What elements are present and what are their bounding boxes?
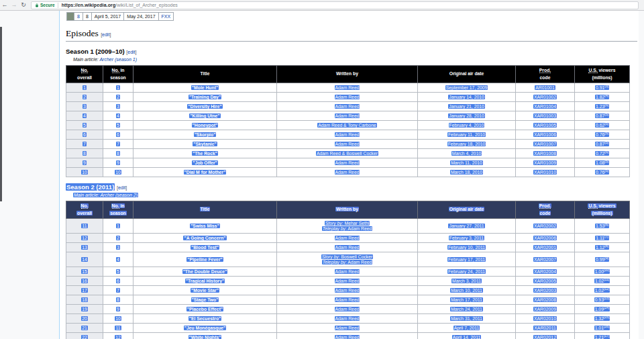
column-header-label: Written by [335, 207, 359, 211]
selected-text: April 7, 2011 [453, 326, 480, 330]
selected-text: 1.21[17] [594, 335, 610, 339]
selected-text: Adam Reed [335, 160, 360, 165]
reference-link[interactable]: [5] [604, 111, 608, 115]
reference-link[interactable]: [7] [604, 234, 608, 238]
selected-text: 16 [81, 279, 88, 283]
forward-button[interactable]: → [9, 0, 19, 10]
selected-text: Teleplay by: Adam Reed [322, 226, 372, 231]
reference-link[interactable]: [17] [604, 334, 609, 338]
selected-text: September 17, 2009 [445, 85, 488, 90]
selected-text: "The Double Deuce" [182, 269, 228, 274]
prod-code-cell: XAR02004 [516, 267, 575, 277]
selected-text: 1.02[11] [594, 279, 610, 283]
episode-title-cell: "Stage Two" [133, 295, 277, 305]
reference-link[interactable]: [11] [604, 277, 609, 281]
reference-link[interactable]: [5] [604, 140, 608, 144]
season-2-main-article: Main article: Archer (season 2) [73, 193, 639, 197]
reference-link[interactable]: [5] [604, 168, 608, 172]
selected-text: March 11, 2010 [450, 160, 483, 165]
overview-last-aired-cell: May 24, 2017 [124, 13, 158, 21]
selected-text: "El Secuestro" [189, 316, 222, 321]
written-by-cell: Adam Reed [277, 102, 418, 111]
reference-link[interactable]: [15] [604, 315, 609, 319]
selected-text: February 3, 2011 [449, 236, 484, 240]
column-header: U.S. viewers(millions) [575, 201, 630, 219]
selected-text: 6 [116, 279, 120, 283]
no-overall-cell: 22 [66, 333, 103, 339]
season-1-article-link[interactable]: Archer (season 1) [99, 57, 137, 62]
abbreviation: Prod. [539, 68, 551, 73]
viewers-cell: 1.00[10] [575, 267, 630, 277]
selected-text: "Pipeline Fever" [186, 257, 223, 262]
selected-text: 3 [116, 104, 120, 109]
edit-link-episodes[interactable]: [edit] [101, 32, 111, 37]
no-overall-cell: 13 [66, 243, 103, 252]
selected-text: 0.91[3] [595, 85, 609, 90]
no-overall-cell: 16 [66, 277, 103, 286]
prod-code-cell: XAR01006 [516, 130, 575, 140]
selected-text: March 4, 2010 [451, 151, 482, 156]
column-header-label: Title [200, 207, 211, 211]
reference-link[interactable]: [4] [604, 93, 608, 97]
reference-link[interactable]: [8] [604, 244, 608, 248]
air-date-cell: March 18, 2010 [418, 168, 516, 177]
reference-link[interactable]: [5] [604, 149, 608, 153]
selected-text: 5 [83, 123, 87, 128]
season-2-article-link[interactable]: Archer (season 2) [100, 193, 138, 197]
column-header: Written by [277, 201, 418, 219]
reference-link[interactable]: [3] [604, 83, 608, 87]
back-button[interactable]: ← [0, 0, 9, 10]
episode-row: 177"Movie Star"Adam ReedMarch 10, 2011XA… [66, 286, 630, 295]
written-by-cell: Adam Reed [277, 277, 418, 286]
no-overall-cell: 5 [66, 121, 103, 130]
selected-text: Adam Reed [335, 297, 360, 302]
episode-row: 2010"El Secuestro"Adam ReedMarch 31, 201… [66, 314, 630, 324]
column-header-label: season [109, 211, 126, 215]
air-date-cell: February 18, 2010 [418, 140, 516, 149]
reload-button[interactable]: ↻ [19, 0, 28, 10]
wikipedia-content: 8 8 April 5, 2017 May 24, 2017 FXX Episo… [59, 11, 639, 339]
selected-text: 1.11[7] [595, 236, 608, 240]
edit-link-season-2[interactable]: [edit] [117, 185, 127, 190]
reference-link[interactable]: [14] [604, 305, 609, 309]
no-overall-cell: 14 [66, 252, 103, 267]
season-link[interactable]: 8 [77, 14, 80, 19]
episode-row: 55"Honeypot"Adam Reed & Tony CarboneFebr… [66, 121, 630, 130]
address-bar[interactable]: Secure https://en.wikipedia.org/wiki/Lis… [31, 1, 639, 9]
browser-toolbar: ← → ↻ Secure https://en.wikipedia.org/wi… [0, 0, 644, 11]
reference-link[interactable]: [9] [604, 256, 608, 260]
edit-link-season-1[interactable]: [edit] [126, 50, 136, 54]
episode-title-cell: "Swiss Miss" [133, 219, 277, 234]
no-overall-cell: 19 [66, 305, 103, 314]
prod-code-cell: XAR01009 [516, 158, 575, 168]
episode-row: 99"Job Offer"Adam ReedMarch 11, 2010XAR0… [66, 158, 630, 168]
reference-link[interactable]: [12] [604, 287, 609, 291]
column-header: U.S. viewers(millions) [575, 66, 630, 83]
selected-text: 2 [116, 236, 120, 240]
selected-text: 0.76[5] [595, 132, 609, 137]
selected-text: Story by: Boswell Cocker [321, 254, 374, 259]
reference-link[interactable]: [16] [604, 324, 609, 328]
selected-text: 6 [116, 132, 120, 137]
selected-text: Adam Reed [335, 85, 360, 90]
prod-code-cell: XAR02008 [516, 295, 575, 305]
no-in-season-cell: 7 [103, 286, 133, 295]
episode-title-cell: "Killing Utne" [133, 111, 277, 121]
reference-link[interactable]: [6] [604, 222, 608, 226]
reference-link[interactable]: [13] [604, 296, 609, 300]
written-by-cell: Adam Reed [277, 158, 418, 168]
selected-text: Adam Reed [335, 269, 360, 274]
episode-row: 111"Swiss Miss"Story by: Mehar SethiTele… [66, 219, 630, 234]
reference-link[interactable]: [5] [604, 121, 608, 125]
selected-text: XAR01002 [533, 95, 557, 99]
reference-link[interactable]: [10] [604, 268, 609, 272]
selected-text: 7 [116, 288, 120, 293]
selected-text: XAR01003 [533, 113, 557, 118]
reference-link[interactable]: [5] [604, 130, 608, 134]
season-1-heading-text: Season 1 (2009–10) [66, 48, 125, 55]
selected-text: XAR02003 [533, 288, 557, 293]
reference-link[interactable]: [5] [604, 102, 608, 106]
reference-link[interactable]: [5] [604, 158, 608, 162]
viewers-cell: 0.87[5] [575, 111, 630, 121]
network-link[interactable]: FXX [162, 14, 171, 19]
